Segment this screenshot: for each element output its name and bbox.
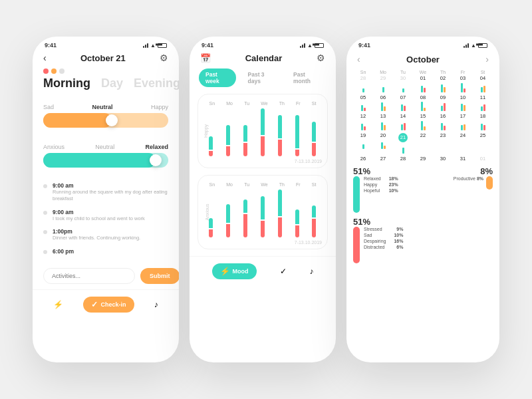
- mood-tabs: Morning Day Evening: [33, 76, 179, 90]
- cal-day-16[interactable]: 16: [433, 114, 453, 130]
- cal-day-27[interactable]: 27: [373, 156, 393, 162]
- activity-input[interactable]: [43, 268, 135, 284]
- cal-day-30-prev[interactable]: 30: [393, 76, 413, 92]
- cal-day-20[interactable]: 20: [373, 133, 393, 154]
- cal-day-29[interactable]: 29: [413, 156, 433, 162]
- anxious-relaxed-labels: Anxious Neutral Relaxed: [43, 144, 168, 150]
- cal-week-5: 26 27 28 29 30 31 01: [353, 156, 493, 162]
- bar-up: [226, 125, 230, 145]
- nav-check-button-2[interactable]: ✓: [280, 267, 287, 276]
- cal-day-09[interactable]: 09: [433, 95, 453, 112]
- bar-up: [278, 115, 282, 138]
- bar-down: [261, 136, 265, 156]
- sad-happy-slider[interactable]: [43, 113, 168, 128]
- phone-morning: 9:41 ▲ ‹ October 21 ⚙ Morning Day E: [33, 37, 179, 362]
- cal-day-23[interactable]: 23: [433, 133, 453, 154]
- checkin-label: Check-in: [100, 301, 126, 308]
- cal-day-18[interactable]: 18: [473, 114, 493, 130]
- stat-despairing: Despairing16%: [364, 239, 403, 243]
- time-event-2: 9:00 am: [53, 209, 145, 215]
- bottom-nav-2: ⚡ Mood ✓ ♪: [190, 256, 336, 285]
- phone-calendar: 9:41 ▲ 📅 Calendar ⚙ Past week Past 3 day…: [190, 37, 336, 362]
- cal-day-08[interactable]: 08: [413, 95, 433, 112]
- cal-day-15[interactable]: 15: [413, 114, 433, 130]
- check-icon-2: ✓: [280, 267, 287, 276]
- cal-day-04[interactable]: 04: [473, 76, 493, 92]
- phone-october: 9:41 ▲ ‹ October › Sn Mo Tu We Th Fr: [346, 37, 499, 362]
- cal-day-26[interactable]: 26: [353, 156, 373, 162]
- bar-col-fr-1: [295, 115, 299, 156]
- nav-mood-button[interactable]: ⚡ Mood: [212, 263, 257, 279]
- anxious-relaxed-section: Anxious Neutral Relaxed: [33, 138, 179, 178]
- status-bar-1: 9:41 ▲: [33, 37, 179, 51]
- settings-icon[interactable]: ⚙: [160, 53, 168, 63]
- cal-day-11[interactable]: 11: [473, 95, 493, 112]
- sad-happy-labels: Sad Neutral Happy: [43, 104, 168, 110]
- cal-day-29-prev[interactable]: 29: [373, 76, 393, 92]
- tab-evening[interactable]: Evening: [134, 76, 179, 90]
- bar-up: [295, 209, 299, 224]
- activity-row: Submit: [33, 268, 179, 284]
- cal-day-10[interactable]: 10: [453, 95, 473, 112]
- bar-col-sn-1: [209, 136, 213, 156]
- submit-button[interactable]: Submit: [140, 268, 179, 284]
- battery-icon: [158, 43, 167, 48]
- cal-day-28-prev[interactable]: 28: [353, 76, 373, 92]
- cal-day-19[interactable]: 19: [353, 133, 373, 154]
- next-month-button[interactable]: ›: [485, 54, 489, 65]
- bottom-nav-1: ⚡ ✓ Check-in ♪: [33, 289, 179, 318]
- chart1-bars: [203, 110, 322, 156]
- cal-day-01[interactable]: 01: [413, 76, 433, 92]
- cal-day-13[interactable]: 13: [373, 114, 393, 130]
- bar-down: [261, 221, 265, 237]
- timeline-item-3: 1:00pm Dinner with friends. Continuing w…: [43, 228, 168, 241]
- tab-day[interactable]: Day: [101, 76, 123, 90]
- cal-day-17[interactable]: 17: [453, 114, 473, 130]
- status-bar-2: 9:41 ▲: [190, 37, 336, 51]
- label-neutral-2: Neutral: [95, 144, 114, 150]
- timeline-dot-4: [43, 250, 47, 254]
- signal-icon-3: [464, 43, 469, 48]
- cal-day-28[interactable]: 28: [393, 156, 413, 162]
- wifi-icon: ▲: [150, 43, 156, 49]
- cal-day-07[interactable]: 07: [393, 95, 413, 112]
- filter-past-month[interactable]: Past month: [287, 68, 327, 87]
- cal-day-14[interactable]: 14: [393, 114, 413, 130]
- cal-day-30[interactable]: 30: [433, 156, 453, 162]
- back-button[interactable]: ‹: [43, 53, 47, 63]
- time-event-1: 9:00 am: [53, 182, 168, 189]
- prev-month-button[interactable]: ‹: [357, 54, 360, 65]
- calendar-settings-icon[interactable]: ⚙: [317, 53, 325, 63]
- filter-past-3days[interactable]: Past 3 days: [241, 68, 281, 87]
- cal-day-12[interactable]: 12: [353, 114, 373, 130]
- cal-day-22[interactable]: 22: [413, 133, 433, 154]
- nav-checkin-button[interactable]: ✓ Check-in: [83, 297, 134, 313]
- positive-pct: 51%: [353, 166, 420, 176]
- nav-activity-button[interactable]: ⚡: [53, 300, 63, 309]
- bar-up: [312, 205, 316, 217]
- timeline-dot-1: [43, 184, 47, 188]
- nav-music-button[interactable]: ♪: [154, 300, 158, 309]
- anxious-relaxed-slider[interactable]: [43, 153, 168, 168]
- cal-day-31[interactable]: 31: [453, 156, 473, 162]
- wifi-icon-2: ▲: [307, 43, 313, 49]
- cal-day-25[interactable]: 25: [473, 133, 493, 154]
- bar-down: [226, 224, 230, 237]
- stat-hopeful: Hopeful10%: [364, 188, 398, 193]
- cal-week-header: Sn Mo Tu We Th Fr St: [353, 70, 493, 74]
- cal-day-06[interactable]: 06: [373, 95, 393, 112]
- stats-container: 51% Relaxed18% Happy23% Hopeful10%: [346, 164, 499, 215]
- cal-day-02[interactable]: 02: [433, 76, 453, 92]
- tab-morning[interactable]: Morning: [43, 76, 90, 90]
- morning-title: October 21: [80, 53, 126, 63]
- mood-label: Mood: [233, 268, 249, 275]
- filter-past-week[interactable]: Past week: [199, 68, 236, 87]
- cal-day-01-next[interactable]: 01: [473, 156, 493, 162]
- cal-day-24[interactable]: 24: [453, 133, 473, 154]
- nav-music-button-2[interactable]: ♪: [310, 267, 314, 276]
- cal-day-03[interactable]: 03: [453, 76, 473, 92]
- status-icons-2: ▲: [300, 43, 324, 49]
- cal-day-05[interactable]: 05: [353, 95, 373, 112]
- cal-day-21-today[interactable]: 21: [393, 133, 413, 154]
- october-grid: Sn Mo Tu We Th Fr St 28 29 30: [346, 70, 499, 161]
